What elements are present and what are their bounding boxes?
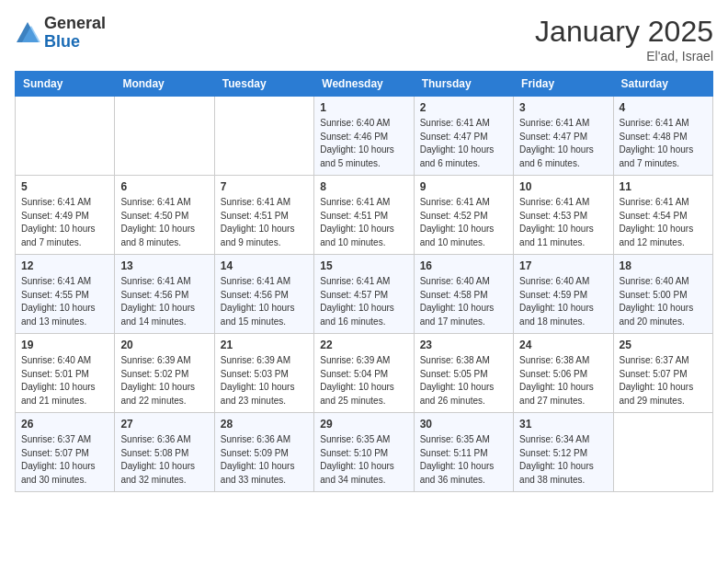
calendar-cell: 7Sunrise: 6:41 AM Sunset: 4:51 PM Daylig… xyxy=(214,176,313,255)
day-info: Sunrise: 6:40 AM Sunset: 4:46 PM Dayligh… xyxy=(320,117,407,170)
calendar-cell xyxy=(613,413,712,492)
calendar-title: January 2025 xyxy=(535,15,713,49)
day-number: 15 xyxy=(320,259,407,272)
day-info: Sunrise: 6:39 AM Sunset: 5:02 PM Dayligh… xyxy=(120,354,208,408)
calendar-week-row: 12Sunrise: 6:41 AM Sunset: 4:55 PM Dayli… xyxy=(16,255,713,334)
calendar-cell: 14Sunrise: 6:41 AM Sunset: 4:56 PM Dayli… xyxy=(214,255,313,334)
calendar-cell xyxy=(16,97,115,176)
day-info: Sunrise: 6:41 AM Sunset: 4:48 PM Dayligh… xyxy=(620,117,707,170)
calendar-cell: 26Sunrise: 6:37 AM Sunset: 5:07 PM Dayli… xyxy=(16,413,115,492)
day-number: 22 xyxy=(320,339,407,351)
day-info: Sunrise: 6:38 AM Sunset: 5:05 PM Dayligh… xyxy=(420,354,507,408)
day-info: Sunrise: 6:40 AM Sunset: 4:58 PM Dayligh… xyxy=(420,275,507,328)
calendar-week-row: 26Sunrise: 6:37 AM Sunset: 5:07 PM Dayli… xyxy=(16,413,713,492)
calendar-cell: 13Sunrise: 6:41 AM Sunset: 4:56 PM Dayli… xyxy=(115,255,214,334)
calendar-cell: 27Sunrise: 6:36 AM Sunset: 5:08 PM Dayli… xyxy=(115,413,214,492)
day-info: Sunrise: 6:40 AM Sunset: 5:01 PM Dayligh… xyxy=(21,354,108,408)
day-number: 21 xyxy=(221,339,308,351)
day-number: 25 xyxy=(620,339,707,351)
title-block: January 2025 El'ad, Israel xyxy=(535,15,713,63)
day-info: Sunrise: 6:35 AM Sunset: 5:10 PM Dayligh… xyxy=(320,433,407,487)
day-info: Sunrise: 6:39 AM Sunset: 5:04 PM Dayligh… xyxy=(320,354,407,408)
day-info: Sunrise: 6:41 AM Sunset: 4:53 PM Dayligh… xyxy=(519,196,607,249)
day-number: 12 xyxy=(21,259,108,272)
day-number: 31 xyxy=(519,418,607,431)
weekday-header-monday: Monday xyxy=(115,72,214,97)
day-info: Sunrise: 6:41 AM Sunset: 4:52 PM Dayligh… xyxy=(420,196,507,249)
day-info: Sunrise: 6:41 AM Sunset: 4:49 PM Dayligh… xyxy=(21,196,108,249)
day-info: Sunrise: 6:39 AM Sunset: 5:03 PM Dayligh… xyxy=(221,354,308,408)
day-info: Sunrise: 6:41 AM Sunset: 4:57 PM Dayligh… xyxy=(320,275,407,328)
weekday-header-thursday: Thursday xyxy=(414,72,513,97)
day-number: 4 xyxy=(620,101,707,114)
calendar-cell: 19Sunrise: 6:40 AM Sunset: 5:01 PM Dayli… xyxy=(16,334,115,413)
day-number: 11 xyxy=(620,180,707,193)
calendar-header-row: SundayMondayTuesdayWednesdayThursdayFrid… xyxy=(16,72,713,97)
day-info: Sunrise: 6:40 AM Sunset: 5:00 PM Dayligh… xyxy=(620,275,707,328)
logo-icon xyxy=(15,20,40,46)
calendar-cell: 21Sunrise: 6:39 AM Sunset: 5:03 PM Dayli… xyxy=(214,334,313,413)
calendar-cell: 2Sunrise: 6:41 AM Sunset: 4:47 PM Daylig… xyxy=(414,97,513,176)
day-info: Sunrise: 6:37 AM Sunset: 5:07 PM Dayligh… xyxy=(620,354,707,408)
day-info: Sunrise: 6:41 AM Sunset: 4:51 PM Dayligh… xyxy=(221,196,308,249)
calendar-cell: 17Sunrise: 6:40 AM Sunset: 4:59 PM Dayli… xyxy=(514,255,613,334)
weekday-header-saturday: Saturday xyxy=(613,72,712,97)
day-number: 20 xyxy=(120,339,208,351)
logo: General Blue xyxy=(15,15,106,52)
day-info: Sunrise: 6:36 AM Sunset: 5:08 PM Dayligh… xyxy=(120,433,208,487)
day-info: Sunrise: 6:37 AM Sunset: 5:07 PM Dayligh… xyxy=(21,433,108,487)
day-info: Sunrise: 6:41 AM Sunset: 4:56 PM Dayligh… xyxy=(120,275,208,328)
calendar-cell: 6Sunrise: 6:41 AM Sunset: 4:50 PM Daylig… xyxy=(115,176,214,255)
day-number: 28 xyxy=(221,418,308,431)
day-number: 1 xyxy=(320,101,407,114)
calendar-cell: 10Sunrise: 6:41 AM Sunset: 4:53 PM Dayli… xyxy=(514,176,613,255)
weekday-header-wednesday: Wednesday xyxy=(314,72,414,97)
day-info: Sunrise: 6:36 AM Sunset: 5:09 PM Dayligh… xyxy=(221,433,308,487)
weekday-header-sunday: Sunday xyxy=(16,72,115,97)
calendar-cell: 15Sunrise: 6:41 AM Sunset: 4:57 PM Dayli… xyxy=(314,255,414,334)
calendar-cell: 31Sunrise: 6:34 AM Sunset: 5:12 PM Dayli… xyxy=(514,413,613,492)
day-info: Sunrise: 6:41 AM Sunset: 4:50 PM Dayligh… xyxy=(120,196,208,249)
calendar-week-row: 5Sunrise: 6:41 AM Sunset: 4:49 PM Daylig… xyxy=(16,176,713,255)
day-info: Sunrise: 6:38 AM Sunset: 5:06 PM Dayligh… xyxy=(519,354,607,408)
day-number: 30 xyxy=(420,418,507,431)
logo-general-text: General xyxy=(44,14,106,32)
calendar-cell: 3Sunrise: 6:41 AM Sunset: 4:47 PM Daylig… xyxy=(514,97,613,176)
day-number: 10 xyxy=(519,180,607,193)
day-number: 5 xyxy=(21,180,108,193)
calendar-week-row: 1Sunrise: 6:40 AM Sunset: 4:46 PM Daylig… xyxy=(16,97,713,176)
calendar-cell: 1Sunrise: 6:40 AM Sunset: 4:46 PM Daylig… xyxy=(314,97,414,176)
day-info: Sunrise: 6:40 AM Sunset: 4:59 PM Dayligh… xyxy=(519,275,607,328)
day-number: 13 xyxy=(120,259,208,272)
day-number: 7 xyxy=(221,180,308,193)
calendar-subtitle: El'ad, Israel xyxy=(535,49,713,63)
day-number: 26 xyxy=(21,418,108,431)
calendar-cell: 25Sunrise: 6:37 AM Sunset: 5:07 PM Dayli… xyxy=(613,334,712,413)
calendar-cell: 23Sunrise: 6:38 AM Sunset: 5:05 PM Dayli… xyxy=(414,334,513,413)
calendar-cell: 16Sunrise: 6:40 AM Sunset: 4:58 PM Dayli… xyxy=(414,255,513,334)
calendar-week-row: 19Sunrise: 6:40 AM Sunset: 5:01 PM Dayli… xyxy=(16,334,713,413)
calendar-cell: 12Sunrise: 6:41 AM Sunset: 4:55 PM Dayli… xyxy=(16,255,115,334)
calendar-table: SundayMondayTuesdayWednesdayThursdayFrid… xyxy=(15,71,713,492)
calendar-cell: 20Sunrise: 6:39 AM Sunset: 5:02 PM Dayli… xyxy=(115,334,214,413)
day-number: 14 xyxy=(221,259,308,272)
day-number: 9 xyxy=(420,180,507,193)
calendar-cell: 9Sunrise: 6:41 AM Sunset: 4:52 PM Daylig… xyxy=(414,176,513,255)
calendar-cell: 24Sunrise: 6:38 AM Sunset: 5:06 PM Dayli… xyxy=(514,334,613,413)
calendar-cell: 11Sunrise: 6:41 AM Sunset: 4:54 PM Dayli… xyxy=(613,176,712,255)
day-info: Sunrise: 6:41 AM Sunset: 4:56 PM Dayligh… xyxy=(221,275,308,328)
calendar-cell: 30Sunrise: 6:35 AM Sunset: 5:11 PM Dayli… xyxy=(414,413,513,492)
day-number: 17 xyxy=(519,259,607,272)
day-info: Sunrise: 6:41 AM Sunset: 4:54 PM Dayligh… xyxy=(620,196,707,249)
page-header: General Blue January 2025 El'ad, Israel xyxy=(15,15,713,63)
calendar-cell xyxy=(214,97,313,176)
day-number: 29 xyxy=(320,418,407,431)
day-info: Sunrise: 6:41 AM Sunset: 4:47 PM Dayligh… xyxy=(519,117,607,170)
calendar-cell: 8Sunrise: 6:41 AM Sunset: 4:51 PM Daylig… xyxy=(314,176,414,255)
calendar-cell xyxy=(115,97,214,176)
weekday-header-tuesday: Tuesday xyxy=(214,72,313,97)
day-number: 8 xyxy=(320,180,407,193)
day-info: Sunrise: 6:35 AM Sunset: 5:11 PM Dayligh… xyxy=(420,433,507,487)
day-number: 24 xyxy=(519,339,607,351)
day-number: 16 xyxy=(420,259,507,272)
